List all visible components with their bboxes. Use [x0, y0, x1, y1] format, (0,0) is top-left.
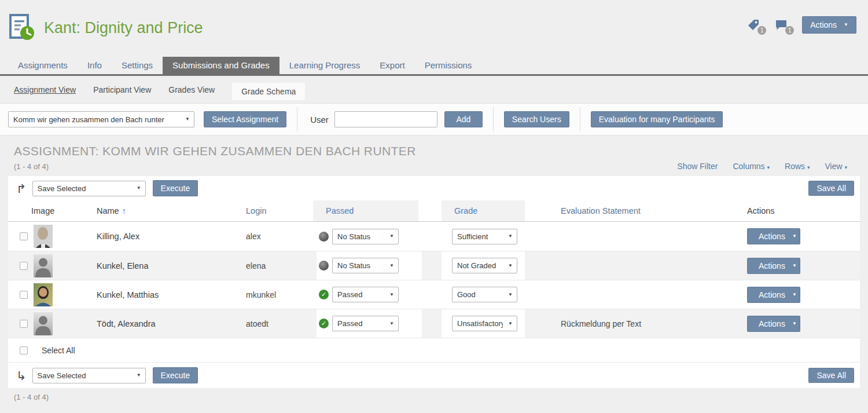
participants-table: ↱ Save Selected ▼ Execute Save All Image…	[8, 176, 860, 388]
name-header-label: Name	[97, 206, 119, 215]
rows-dropdown[interactable]: Rows ▾	[785, 162, 810, 171]
select-assignment-label: Select Assignment	[212, 115, 278, 124]
user-input[interactable]	[334, 111, 437, 127]
search-users-button[interactable]: Search Users	[504, 111, 569, 127]
tab-assignments[interactable]: Assignments	[8, 57, 78, 74]
tags-icon[interactable]: 1	[746, 18, 762, 32]
grade-cell: Unsatisfactory ▼	[442, 309, 525, 338]
grade-select[interactable]: Unsatisfactory	[453, 316, 517, 331]
row-checkbox[interactable]	[20, 232, 28, 240]
page-title: Kant: Dignity and Price	[44, 19, 203, 37]
subtab-participant-view[interactable]: Participant View	[93, 85, 151, 94]
status-passed-check-icon: ✓	[319, 319, 329, 328]
table-view-links: Show Filter Columns ▾ Rows ▾ View ▾	[677, 162, 847, 171]
view-label: View	[825, 162, 842, 171]
section-meta: (1 - 4 of 4) Show Filter Columns ▾ Rows …	[14, 162, 854, 171]
column-header-name[interactable]: Name↑	[97, 206, 246, 215]
tab-export[interactable]: Export	[370, 57, 414, 74]
check-glyph: ✓	[321, 291, 326, 298]
tab-info[interactable]: Info	[78, 57, 112, 74]
select-all-checkbox[interactable]	[20, 346, 28, 354]
actions-cell: Actions ▼	[747, 316, 860, 332]
comments-icon[interactable]: 1	[774, 18, 789, 32]
grade-cell: Good ▼	[442, 280, 525, 309]
caret-down-icon: ▾	[844, 165, 847, 170]
caret-down-icon: ▼	[792, 234, 797, 239]
passed-status-select[interactable]: No Status	[333, 258, 398, 273]
columns-label: Columns	[733, 162, 764, 171]
subtab-grade-schema[interactable]: Grade Schema	[232, 83, 305, 100]
header-actions: 1 1 Actions ▼	[746, 14, 856, 34]
row-checkbox[interactable]	[20, 320, 28, 328]
row-checkbox[interactable]	[20, 291, 28, 299]
tab-settings[interactable]: Settings	[112, 57, 163, 74]
execute-button-top[interactable]: Execute	[153, 180, 198, 196]
assignment-select[interactable]: Komm wir gehen zusammen den Bach runter	[9, 112, 194, 127]
bulk-action-select-top[interactable]: Save Selected	[33, 181, 145, 196]
participant-name: Kunkel, Elena	[97, 261, 246, 271]
grade-select[interactable]: Not Graded	[453, 258, 517, 273]
row-checkbox[interactable]	[20, 262, 28, 270]
search-users-label: Search Users	[512, 115, 561, 124]
passed-status-select[interactable]: No Status	[333, 229, 398, 244]
header-actions-button[interactable]: Actions ▼	[802, 16, 856, 34]
tab-submissions-and-grades[interactable]: Submissions and Grades	[163, 57, 279, 74]
view-dropdown[interactable]: View ▾	[825, 162, 847, 171]
grade-select-wrap: Not Graded ▼	[452, 258, 517, 273]
row-actions-label: Actions	[759, 261, 785, 271]
row-actions-button[interactable]: Actions ▼	[747, 258, 800, 274]
column-header-passed[interactable]: Passed	[326, 206, 354, 215]
add-label: Add	[456, 115, 470, 124]
exercise-document-clock-icon	[8, 14, 36, 42]
show-filter-link[interactable]: Show Filter	[677, 162, 718, 171]
tags-count-badge: 1	[757, 26, 766, 35]
evaluation-many-participants-label: Evaluation for many Participants	[599, 115, 715, 124]
grade-select[interactable]: Good	[453, 287, 517, 302]
title-wrap: Kant: Dignity and Price	[8, 14, 203, 42]
table-header-row: Image Name↑ Login Passed Grade Evaluatio…	[8, 200, 860, 222]
toolbar-divider	[297, 107, 297, 131]
rows-label: Rows	[785, 162, 805, 171]
sort-ascending-icon: ↑	[122, 206, 126, 215]
row-actions-button[interactable]: Actions ▼	[747, 316, 800, 332]
column-header-login[interactable]: Login	[246, 206, 313, 215]
section-head: ASSIGNMENT: KOMM WIR GEHEN ZUSAMMEN DEN …	[14, 144, 854, 158]
row-actions-button[interactable]: Actions ▼	[747, 228, 800, 244]
caret-down-icon: ▼	[844, 23, 848, 27]
caret-down-icon: ▼	[792, 264, 797, 268]
save-all-button-bottom[interactable]: Save All	[808, 368, 854, 383]
subtab-grades-view[interactable]: Grades View	[168, 85, 215, 94]
actions-cell: Actions ▼	[747, 287, 860, 303]
avatar-placeholder	[34, 254, 53, 277]
columns-dropdown[interactable]: Columns ▾	[733, 162, 770, 171]
tab-permissions[interactable]: Permissions	[415, 57, 482, 74]
grade-select-wrap: Unsatisfactory ▼	[452, 316, 517, 331]
assignment-select-wrap: Komm wir gehen zusammen den Bach runter …	[8, 111, 194, 127]
avatar-placeholder	[34, 312, 53, 335]
add-button[interactable]: Add	[444, 111, 483, 127]
arrow-up-right-icon: ↱	[16, 182, 27, 195]
column-header-evaluation-statement[interactable]: Evaluation Statement	[561, 206, 747, 215]
passed-status-select[interactable]: Passed	[333, 287, 398, 302]
subtab-bar: Assignment View Participant View Grades …	[0, 76, 868, 103]
subtab-assignment-view[interactable]: Assignment View	[14, 85, 76, 94]
column-header-grade[interactable]: Grade	[454, 206, 477, 215]
caret-down-icon: ▼	[792, 321, 797, 326]
passed-select-wrap: No Status ▼	[332, 258, 399, 273]
evaluation-many-participants-button[interactable]: Evaluation for many Participants	[591, 111, 723, 127]
select-assignment-button[interactable]: Select Assignment	[204, 111, 286, 127]
execute-button-bottom[interactable]: Execute	[153, 367, 198, 383]
participant-login: atoedt	[246, 319, 313, 328]
tab-learning-progress[interactable]: Learning Progress	[279, 57, 370, 74]
passed-status-select[interactable]: Passed	[333, 316, 398, 331]
grade-select[interactable]: Sufficient	[453, 229, 517, 244]
bulk-command-row-bottom: ↳ Save Selected ▼ Execute Save All	[8, 362, 860, 388]
status-passed-check-icon: ✓	[319, 290, 329, 299]
row-actions-button[interactable]: Actions ▼	[747, 287, 800, 303]
save-all-button-top[interactable]: Save All	[808, 181, 854, 196]
tab-bar: Assignments Info Settings Submissions an…	[0, 57, 868, 76]
caret-down-icon: ▾	[767, 165, 770, 170]
execute-label: Execute	[161, 184, 190, 193]
column-header-grade-box: Grade	[442, 200, 525, 221]
bulk-action-select-bottom[interactable]: Save Selected	[33, 368, 145, 383]
